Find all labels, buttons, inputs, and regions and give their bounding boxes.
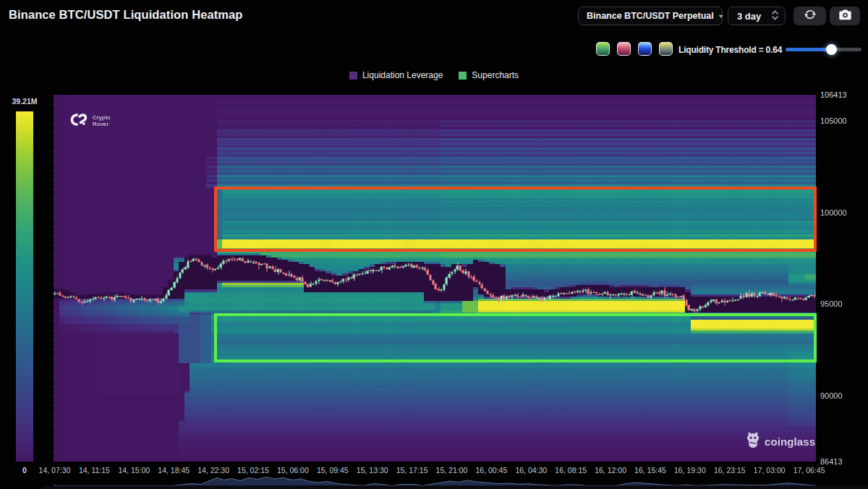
crypto-rover-watermark: Crypto Rover <box>69 114 111 129</box>
price-tick-label: 106413 <box>820 90 847 99</box>
time-tick-label: 15, 09:45 <box>317 466 349 475</box>
navigator-chart[interactable] <box>43 475 868 489</box>
swatch-blue[interactable] <box>638 42 652 56</box>
time-tick-label: 17, 06:45 <box>793 466 825 475</box>
time-tick-label: 16, 12:00 <box>595 466 626 475</box>
legend: Liquidation LeverageSupercharts <box>0 70 868 80</box>
price-tick-label: 105000 <box>820 116 847 125</box>
price-tick-label: 86413 <box>820 457 843 466</box>
time-tick-label: 15, 21:00 <box>436 466 468 475</box>
symbol-select-value: Binance BTC/USDT Perpetual <box>587 11 714 21</box>
slider-knob[interactable] <box>826 44 837 55</box>
support-zone-annotation <box>214 313 817 362</box>
legend-item[interactable]: Liquidation Leverage <box>349 70 443 80</box>
chevron-down-icon: ▼ <box>717 13 724 20</box>
coinglass-watermark: coinglass <box>746 432 815 451</box>
price-tick-label: 100000 <box>820 208 847 217</box>
swatch-yellow[interactable] <box>659 42 673 56</box>
colorbar <box>16 111 33 462</box>
time-tick-label: 15, 17:15 <box>396 466 428 475</box>
threshold-slider[interactable] <box>786 48 861 51</box>
legend-label: Liquidation Leverage <box>362 70 443 80</box>
refresh-icon <box>804 8 817 24</box>
axis-ticks <box>46 95 54 462</box>
slider-fill <box>786 48 831 51</box>
time-tick-label: 16, 00:45 <box>475 466 507 475</box>
price-candles <box>54 95 816 462</box>
time-tick-label: 15, 02:15 <box>237 466 269 475</box>
time-tick-label: 14, 22:30 <box>197 466 229 475</box>
time-tick-label: 17, 03:00 <box>754 466 786 475</box>
coinglass-text: coinglass <box>765 435 815 448</box>
legend-swatch <box>459 72 467 80</box>
symbol-select[interactable]: Binance BTC/USDT Perpetual ▼ <box>578 7 723 25</box>
crypto-rover-text: Crypto Rover <box>93 115 111 127</box>
price-tick-label: 95000 <box>820 299 843 308</box>
page-title: Binance BTC/USDT Liquidation Heatmap <box>9 8 243 22</box>
swatch-red[interactable] <box>617 42 631 56</box>
legend-item[interactable]: Supercharts <box>459 70 519 80</box>
swatch-green[interactable] <box>596 42 610 56</box>
time-tick-label: 16, 19:30 <box>674 466 706 475</box>
resistance-zone-annotation <box>214 187 817 252</box>
legend-swatch <box>349 72 357 80</box>
camera-button[interactable] <box>830 7 860 25</box>
colorbar-min-label: 0 <box>10 466 39 475</box>
refresh-button[interactable] <box>793 7 826 25</box>
time-tick-label: 15, 06:00 <box>277 466 309 475</box>
price-tick-label: 90000 <box>820 391 843 400</box>
time-tick-label: 16, 23:15 <box>714 466 746 475</box>
crypto-rover-logo-icon <box>69 114 88 129</box>
time-tick-label: 16, 08:15 <box>555 466 587 475</box>
coinglass-logo-icon <box>746 432 760 451</box>
legend-label: Supercharts <box>472 70 519 80</box>
colormap-swatches <box>596 42 673 56</box>
interval-select-value: 3 day <box>737 11 761 22</box>
interval-select[interactable]: 3 day <box>728 7 786 25</box>
time-tick-label: 14, 18:45 <box>158 466 190 475</box>
time-tick-label: 14, 07:30 <box>39 466 71 475</box>
time-tick-label: 14, 11:15 <box>79 466 110 475</box>
colorbar-max-label: 39.21M <box>10 97 39 106</box>
time-tick-label: 15, 13:30 <box>357 466 388 475</box>
up-down-chevrons-icon <box>772 9 778 23</box>
time-tick-label: 16, 15:45 <box>634 466 666 475</box>
threshold-label: Liquidity Threshold = 0.64 <box>678 45 782 55</box>
time-tick-label: 14, 15:00 <box>118 466 150 475</box>
time-tick-label: 16, 04:30 <box>515 466 547 475</box>
camera-icon <box>839 9 851 23</box>
